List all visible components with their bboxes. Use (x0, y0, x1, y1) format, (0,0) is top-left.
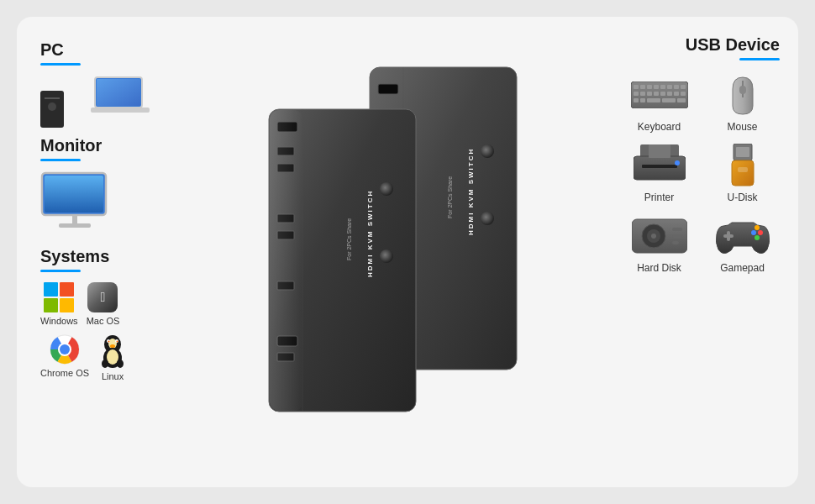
svg-text:HDMI KVM SWITCH: HDMI KVM SWITCH (366, 190, 374, 277)
svg-point-38 (380, 182, 393, 196)
systems-title-underline (40, 270, 81, 272)
svg-rect-5 (72, 215, 77, 223)
svg-point-19 (102, 360, 108, 368)
usb-device-title-container: USB Device (622, 35, 780, 60)
svg-point-16 (110, 344, 115, 348)
pc-icons (40, 76, 176, 128)
harddisk-img (630, 215, 689, 257)
svg-rect-22 (378, 84, 398, 94)
printer-img (630, 144, 689, 186)
svg-rect-65 (681, 92, 686, 96)
udisk-label: U-Disk (728, 192, 758, 203)
svg-rect-79 (736, 147, 749, 157)
keyboard-img (630, 74, 689, 116)
svg-point-41 (380, 249, 393, 263)
gamepad-item: Gamepad (705, 215, 780, 274)
svg-point-91 (751, 230, 756, 235)
mouse-svg (729, 74, 756, 116)
linux-icon (97, 334, 128, 368)
printer-svg (634, 144, 686, 186)
windows-item: Windows (40, 282, 78, 326)
monitor-title: Monitor (40, 136, 176, 155)
pc-section: PC (40, 40, 176, 128)
desktop-pc-icon (40, 76, 84, 128)
win-pane-yellow (60, 298, 74, 312)
pc-title: PC (40, 40, 176, 60)
tower-shape (40, 91, 64, 128)
chromeos-item: Chrome OS (40, 334, 89, 381)
svg-rect-54 (660, 85, 665, 89)
monitor-svg (40, 171, 116, 232)
svg-rect-2 (91, 108, 150, 113)
apple-symbol:  (101, 290, 106, 305)
svg-rect-90 (723, 234, 734, 238)
svg-rect-66 (634, 98, 639, 102)
svg-rect-63 (667, 92, 672, 96)
svg-rect-64 (674, 92, 679, 96)
udisk-svg (730, 144, 755, 187)
svg-point-20 (117, 360, 124, 368)
svg-point-14 (108, 341, 110, 343)
svg-rect-53 (654, 85, 659, 89)
svg-point-25 (481, 144, 494, 158)
svg-point-15 (117, 341, 118, 343)
laptop-icon (91, 76, 150, 118)
svg-rect-1 (97, 79, 140, 106)
windows-icon (44, 282, 74, 312)
systems-title: Systems (40, 247, 176, 266)
monitor-title-underline (40, 159, 81, 161)
svg-rect-4 (45, 176, 103, 213)
keyboard-label: Keyboard (638, 121, 681, 133)
svg-rect-81 (738, 167, 748, 172)
svg-text:HDMI KVM SWITCH: HDMI KVM SWITCH (467, 148, 475, 235)
svg-text:For 2PCs Share: For 2PCs Share (447, 176, 453, 218)
usb-title-underline (739, 58, 780, 60)
svg-point-18 (107, 349, 118, 365)
svg-rect-72 (739, 86, 746, 94)
udisk-img (713, 144, 772, 186)
svg-rect-76 (649, 144, 670, 158)
svg-point-85 (651, 234, 656, 239)
linux-label: Linux (102, 371, 124, 381)
usb-device-title: USB Device (622, 35, 780, 55)
udisk-item: U-Disk (705, 144, 780, 203)
win-pane-red (60, 282, 74, 297)
svg-rect-61 (654, 92, 659, 96)
gamepad-img (713, 215, 772, 257)
svg-rect-48 (270, 110, 303, 411)
printer-label: Printer (644, 192, 674, 203)
systems-section: Systems Windows  (40, 247, 176, 381)
svg-rect-55 (667, 85, 672, 89)
svg-rect-59 (640, 92, 645, 96)
harddisk-item: Hard Disk (622, 215, 697, 274)
svg-rect-60 (647, 92, 652, 96)
gamepad-svg (715, 216, 770, 256)
svg-rect-70 (677, 98, 686, 102)
svg-rect-88 (672, 241, 679, 244)
mouse-label: Mouse (727, 121, 757, 133)
svg-rect-58 (634, 92, 639, 96)
laptop-svg (91, 76, 150, 118)
monitor-icon (40, 171, 176, 235)
device-grid: Keyboard (622, 74, 780, 274)
svg-rect-52 (647, 85, 652, 89)
svg-rect-6 (59, 223, 91, 228)
svg-rect-87 (672, 234, 682, 238)
svg-rect-75 (642, 165, 677, 168)
svg-point-77 (675, 160, 680, 165)
win-pane-blue (44, 282, 58, 297)
chromeos-icon (50, 334, 80, 365)
pc-title-underline (40, 63, 81, 66)
svg-rect-80 (732, 160, 754, 186)
svg-rect-57 (681, 85, 686, 89)
svg-rect-68 (647, 98, 660, 102)
macos-label: Mac OS (87, 316, 120, 326)
right-panel: USB Device (613, 17, 798, 487)
svg-text:For 2PCs Share: For 2PCs Share (346, 218, 352, 260)
linux-item: Linux (97, 334, 128, 381)
windows-label: Windows (40, 316, 78, 326)
kvm-product-svg: HDMI KVM SWITCH For 2PCs Share (227, 50, 580, 454)
center-panel: HDMI KVM SWITCH For 2PCs Share (193, 17, 613, 487)
svg-rect-56 (674, 85, 679, 89)
svg-point-92 (758, 230, 763, 235)
